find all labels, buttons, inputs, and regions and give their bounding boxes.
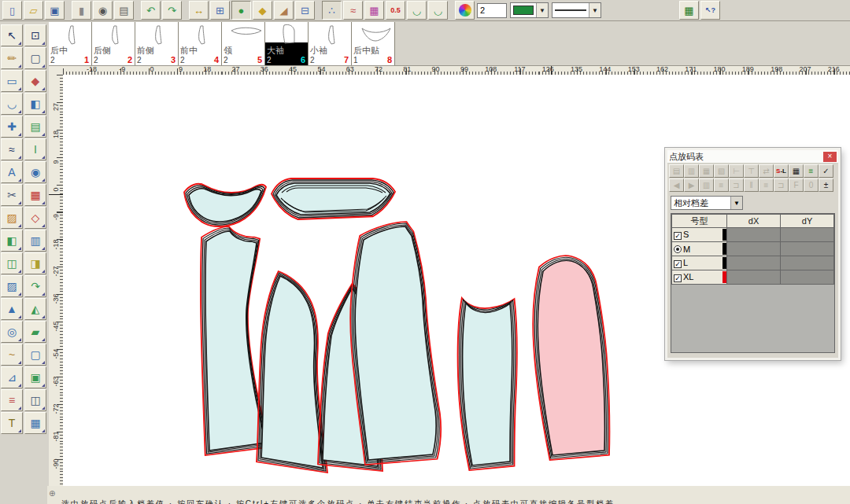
pieces-pair-tool[interactable]: ◫ <box>24 389 46 411</box>
piece-tab-5[interactable]: 领25 <box>222 22 265 65</box>
text-t-tool[interactable]: T <box>1 412 23 434</box>
stitch-line-tool[interactable]: ≡ <box>1 389 23 411</box>
lock-user-button[interactable]: ◆ <box>253 1 272 20</box>
s-l-range-button[interactable]: S-L <box>774 164 789 178</box>
move-step-half-button[interactable]: 0.5 <box>386 1 405 20</box>
piece-tab-1[interactable]: 后中21 <box>49 22 92 65</box>
patch-tool[interactable]: ▤ <box>24 116 46 138</box>
copy-corner-button[interactable]: ⊐ <box>729 178 744 192</box>
f-zero-button[interactable]: F <box>789 178 804 192</box>
photo-capture-button[interactable]: ◉ <box>93 1 113 20</box>
size-checkbox[interactable]: ✓ <box>674 260 682 268</box>
digitizer-button[interactable]: ▮ <box>72 1 91 20</box>
grading-table-button[interactable]: ▦ <box>789 164 804 178</box>
help-cursor-button[interactable]: ↖? <box>700 1 720 20</box>
line-style-select[interactable]: ▼ <box>552 2 601 18</box>
select-tool[interactable]: ↖ <box>1 24 23 46</box>
seam-allowance-tool[interactable]: ◆ <box>24 70 46 92</box>
curve-chart-button[interactable]: ≈ <box>343 1 363 20</box>
horizontal-lines-button[interactable]: ≡ <box>714 178 729 192</box>
measure-beam-tool[interactable]: I <box>24 138 46 160</box>
align-dy-button[interactable]: ⊤ <box>744 164 759 178</box>
dx-cell-S[interactable] <box>727 228 781 242</box>
measure-star-button[interactable]: ↔ <box>189 1 209 20</box>
dy-cell-S[interactable] <box>781 228 834 242</box>
dy-cell-L[interactable] <box>781 256 834 270</box>
align-dx-button[interactable]: ⊢ <box>729 164 744 178</box>
piece-tab-6[interactable]: 大袖26 <box>265 22 309 65</box>
hatch-tool[interactable]: ▨ <box>1 275 23 297</box>
small-sleeve-piece[interactable] <box>463 303 512 465</box>
piece-tab-4[interactable]: 前中24 <box>179 22 222 65</box>
size-cell-S[interactable]: ✓S <box>672 228 727 242</box>
pair-lines-button[interactable]: ‖ <box>744 178 759 192</box>
size-checkbox[interactable]: ✓ <box>674 274 682 282</box>
size-cell-M[interactable]: M <box>672 242 727 256</box>
dx-cell-XL[interactable] <box>727 270 781 285</box>
send-net-button[interactable]: ⊟ <box>295 1 315 20</box>
rotate-piece-tool[interactable]: ↷ <box>24 275 46 297</box>
save-file-button[interactable]: ▣ <box>45 1 65 20</box>
copy-grading-button[interactable]: ▦ <box>699 164 714 178</box>
paste-button[interactable]: ▥ <box>684 164 699 178</box>
curtain-tool[interactable]: ▦ <box>24 412 46 434</box>
vertical-lines-button[interactable]: ▥ <box>699 178 714 192</box>
dx-cell-L[interactable] <box>727 256 781 270</box>
film-strip-button[interactable]: ▦ <box>679 1 699 20</box>
bag-tool[interactable]: ◧ <box>1 230 23 252</box>
chevron-down-icon[interactable]: ▼ <box>589 3 601 17</box>
arc-tool[interactable]: ◡ <box>1 93 23 115</box>
zero-steps-button[interactable]: 0 <box>804 178 819 192</box>
curve-notch-button[interactable]: ◡ <box>428 1 448 20</box>
cut-tool[interactable]: ✂ <box>1 184 23 206</box>
chevron-down-icon[interactable]: ▼ <box>536 3 548 17</box>
panel-titlebar[interactable]: 点放码表 × <box>667 150 838 164</box>
sewing-machine-tool[interactable]: ▥ <box>24 230 46 252</box>
button-tool[interactable]: ◉ <box>24 161 46 183</box>
pocket-tool[interactable]: ▢ <box>24 47 46 69</box>
plotter-button[interactable]: ▤ <box>114 1 134 20</box>
pencil-tool[interactable]: ✏ <box>1 47 23 69</box>
window-grid-button[interactable]: ⊞ <box>210 1 230 20</box>
size-checkbox[interactable]: ✓ <box>674 232 682 240</box>
dx-cell-M[interactable] <box>727 242 781 256</box>
compare-pieces-tool[interactable]: ◭ <box>24 298 46 320</box>
size-cell-L[interactable]: ✓L <box>672 256 727 270</box>
measure-piece-tool[interactable]: ◨ <box>24 252 46 274</box>
prev-size-button[interactable]: ◀ <box>669 178 684 192</box>
round-corner-tool[interactable]: ▢ <box>24 344 46 366</box>
point-grading-table-button[interactable]: ∴ <box>322 1 342 20</box>
piece-tab-2[interactable]: 后侧22 <box>92 22 135 65</box>
red-grid-tool[interactable]: ▦ <box>24 184 46 206</box>
frame-select-tool[interactable]: ⊡ <box>24 24 46 46</box>
flip-tool[interactable]: ⊿ <box>1 366 23 388</box>
color-select[interactable]: ▼ <box>510 2 549 18</box>
text-a-tool[interactable]: A <box>1 161 23 183</box>
size-list-button[interactable]: ≡ <box>804 164 819 178</box>
piece-tab-8[interactable]: 后中贴18 <box>352 22 395 65</box>
piece-tab-7[interactable]: 小袖27 <box>309 22 352 65</box>
close-icon[interactable]: × <box>823 152 837 162</box>
width-input[interactable] <box>477 3 507 18</box>
undo-button[interactable]: ↶ <box>141 1 161 20</box>
curve-pair-tool[interactable]: ≈ <box>1 138 23 160</box>
corner-copy2-button[interactable]: ⊐ <box>774 178 789 192</box>
equal-lines-button[interactable]: ≡ <box>759 178 774 192</box>
notch-tool[interactable]: ▣ <box>24 366 46 388</box>
red-polygon-tool[interactable]: ◇ <box>24 207 46 229</box>
pattern-piece-button[interactable]: ● <box>231 1 251 20</box>
back-side-piece[interactable] <box>261 276 323 468</box>
swap-xy-button[interactable]: ⇄ <box>759 164 774 178</box>
shape-cut-tool[interactable]: ◧ <box>24 93 46 115</box>
brush-button[interactable]: ◢ <box>274 1 294 20</box>
rectangle-tool[interactable]: ▭ <box>1 70 23 92</box>
size-cell-XL[interactable]: ✓XL <box>672 270 727 285</box>
redo-button[interactable]: ↷ <box>162 1 182 20</box>
spiral-tool[interactable]: ◎ <box>1 321 23 343</box>
color-wheel-button[interactable] <box>455 1 475 20</box>
split-piece-tool[interactable]: ◫ <box>1 252 23 274</box>
point-cross-tool[interactable]: ✚ <box>1 116 23 138</box>
pleats-tool[interactable]: ▲ <box>1 298 23 320</box>
copy-button[interactable]: ▤ <box>669 164 684 178</box>
back-center-piece[interactable] <box>205 231 266 451</box>
